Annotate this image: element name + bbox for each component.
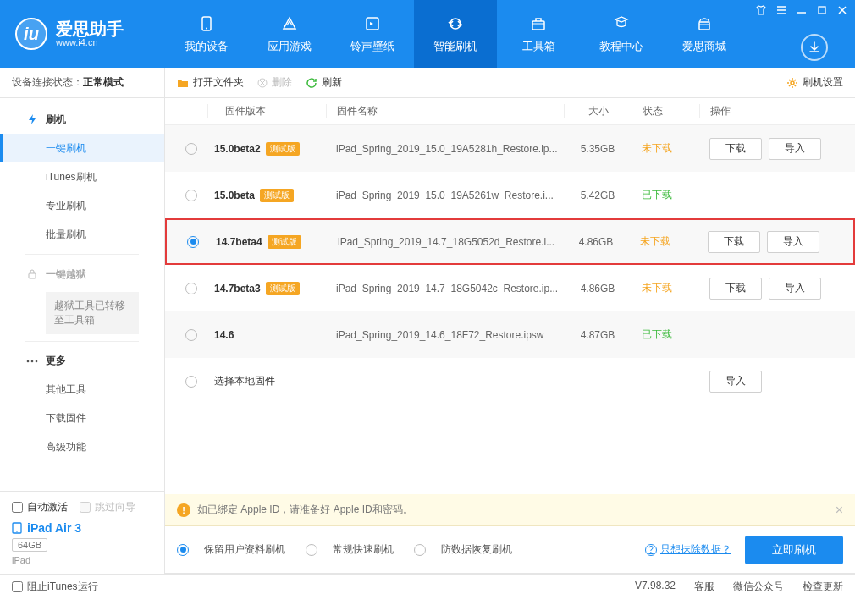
firmware-radio[interactable] — [185, 283, 197, 294]
nav-tab-5[interactable]: 教程中心 — [580, 0, 663, 68]
import-button[interactable]: 导入 — [709, 371, 762, 393]
sidebar: 设备连接状态： 正常模式 刷机 一键刷机iTunes刷机专业刷机批量刷机 一键越… — [0, 68, 165, 574]
firmware-name: iPad_Spring_2019_14.7_18G5052d_Restore.i… — [328, 236, 562, 248]
import-button[interactable]: 导入 — [769, 278, 821, 300]
connection-mode: 正常模式 — [83, 75, 124, 90]
nav-icon — [361, 14, 384, 34]
erase-data-link[interactable]: ? 只想抹除数据？ — [645, 542, 731, 557]
firmware-row[interactable]: 15.0beta 测试版 iPad_Spring_2019_15.0_19A52… — [165, 172, 855, 218]
support-link[interactable]: 客服 — [694, 580, 714, 594]
firmware-name: iPad_Spring_2019_14.6_18F72_Restore.ipsw — [326, 329, 564, 341]
nav-tabs: 我的设备应用游戏铃声壁纸智能刷机工具箱教程中心爱思商城 — [165, 0, 855, 68]
open-folder-button[interactable]: 打开文件夹 — [177, 75, 244, 90]
svg-rect-7 — [819, 7, 825, 14]
svg-point-9 — [27, 360, 30, 362]
menu-icon[interactable] — [775, 4, 787, 16]
flash-now-button[interactable]: 立即刷机 — [745, 536, 843, 564]
option-dfu[interactable]: 防数据恢复刷机 — [414, 542, 512, 557]
import-button[interactable]: 导入 — [767, 231, 819, 253]
svg-point-10 — [31, 360, 34, 362]
firmware-name: iPad_Spring_2019_15.0_19A5281h_Restore.i… — [326, 143, 564, 155]
check-update-link[interactable]: 检查更新 — [803, 580, 843, 594]
close-icon[interactable] — [836, 4, 848, 16]
logo[interactable]: iu 爱思助手 www.i4.cn — [0, 0, 165, 68]
sidebar-footer: 自动激活 跳过向导 iPad Air 3 64GB iPad — [0, 491, 164, 574]
sidebar-item[interactable]: 其他工具 — [0, 376, 164, 404]
auto-activate-checkbox[interactable]: 自动激活 — [12, 500, 68, 514]
tablet-icon — [12, 522, 22, 534]
firmware-status: 未下载 — [632, 141, 699, 156]
sidebar-item[interactable]: 一键刷机 — [0, 134, 164, 162]
table-header: 固件版本 固件名称 大小 状态 操作 — [165, 98, 855, 125]
nav-icon — [195, 14, 218, 34]
svg-point-11 — [36, 360, 38, 362]
firmware-status: 已下载 — [632, 188, 699, 202]
shirt-icon[interactable] — [755, 4, 767, 16]
flash-settings-button[interactable]: 刷机设置 — [786, 75, 843, 90]
statusbar: 阻止iTunes运行 V7.98.32 客服 微信公众号 检查更新 — [0, 574, 855, 599]
firmware-radio[interactable] — [185, 329, 197, 341]
skip-guide-checkbox[interactable]: 跳过向导 — [80, 500, 135, 514]
nav-tab-3[interactable]: 智能刷机 — [414, 0, 497, 68]
nav-tab-4[interactable]: 工具箱 — [497, 0, 580, 68]
nav-icon — [278, 14, 301, 34]
sidebar-item[interactable]: 高级功能 — [0, 433, 164, 462]
download-manager-icon[interactable] — [801, 34, 828, 61]
notice-bar: ! 如已绑定 Apple ID，请准备好 Apple ID和密码。 × — [165, 494, 855, 526]
device-type: iPad — [12, 555, 152, 565]
more-icon — [25, 355, 39, 368]
firmware-status: 已下载 — [632, 327, 699, 342]
nav-tab-2[interactable]: 铃声壁纸 — [331, 0, 414, 68]
firmware-row[interactable]: 14.7beta4 测试版 iPad_Spring_2019_14.7_18G5… — [165, 218, 855, 265]
download-button[interactable]: 下载 — [709, 138, 762, 160]
sidebar-group-flash[interactable]: 刷机 — [0, 105, 164, 134]
nav-tab-6[interactable]: 爱思商城 — [663, 0, 746, 68]
options-bar: 保留用户资料刷机 常规快速刷机 防数据恢复刷机 ? 只想抹除数据？ 立即刷机 — [165, 526, 855, 574]
svg-rect-5 — [699, 22, 709, 30]
firmware-row[interactable]: 14.6 iPad_Spring_2019_14.6_18F72_Restore… — [165, 311, 855, 358]
warning-icon: ! — [177, 503, 190, 517]
firmware-radio[interactable] — [185, 376, 197, 388]
delete-button: 删除 — [257, 75, 292, 90]
firmware-row[interactable]: 15.0beta2 测试版 iPad_Spring_2019_15.0_19A5… — [165, 125, 855, 172]
nav-icon — [610, 14, 633, 34]
download-button[interactable]: 下载 — [708, 231, 760, 253]
nav-icon — [444, 14, 467, 34]
toolbar: 打开文件夹 删除 刷新 刷机设置 — [165, 68, 855, 98]
firmware-radio[interactable] — [185, 143, 197, 155]
sidebar-item[interactable]: iTunes刷机 — [0, 162, 164, 191]
device-name[interactable]: iPad Air 3 — [12, 521, 152, 535]
svg-rect-3 — [532, 21, 544, 30]
download-button[interactable]: 下载 — [709, 278, 762, 300]
notice-close-icon[interactable]: × — [836, 503, 843, 518]
firmware-radio[interactable] — [185, 190, 197, 201]
wechat-link[interactable]: 微信公众号 — [733, 580, 784, 594]
firmware-size: 4.87GB — [564, 329, 632, 341]
info-icon: ? — [645, 544, 657, 556]
nav-icon — [692, 14, 716, 34]
local-firmware-row[interactable]: 选择本地固件 导入 — [165, 358, 855, 404]
sidebar-item[interactable]: 批量刷机 — [0, 220, 164, 249]
lock-icon — [25, 267, 39, 281]
option-normal[interactable]: 常规快速刷机 — [306, 542, 394, 557]
maximize-icon[interactable] — [816, 4, 828, 16]
import-button[interactable]: 导入 — [769, 138, 821, 160]
firmware-name: iPad_Spring_2019_14.7_18G5042c_Restore.i… — [326, 283, 564, 294]
notice-text: 如已绑定 Apple ID，请准备好 Apple ID和密码。 — [197, 503, 413, 517]
option-keep-data[interactable]: 保留用户资料刷机 — [177, 542, 285, 557]
svg-point-1 — [206, 28, 207, 30]
sidebar-item[interactable]: 专业刷机 — [0, 191, 164, 220]
sidebar-group-more[interactable]: 更多 — [0, 347, 164, 376]
firmware-size: 4.86GB — [564, 283, 632, 294]
refresh-button[interactable]: 刷新 — [306, 75, 342, 90]
firmware-status: 未下载 — [632, 281, 699, 295]
firmware-status: 未下载 — [630, 234, 698, 249]
minimize-icon[interactable] — [796, 4, 808, 16]
firmware-radio[interactable] — [187, 236, 199, 248]
sidebar-item[interactable]: 下载固件 — [0, 404, 164, 433]
firmware-row[interactable]: 14.7beta3 测试版 iPad_Spring_2019_14.7_18G5… — [165, 265, 855, 311]
nav-tab-0[interactable]: 我的设备 — [165, 0, 248, 68]
nav-tab-1[interactable]: 应用游戏 — [248, 0, 331, 68]
block-itunes-checkbox[interactable]: 阻止iTunes运行 — [12, 580, 98, 594]
sidebar-group-jailbreak: 一键越狱 — [0, 260, 164, 289]
